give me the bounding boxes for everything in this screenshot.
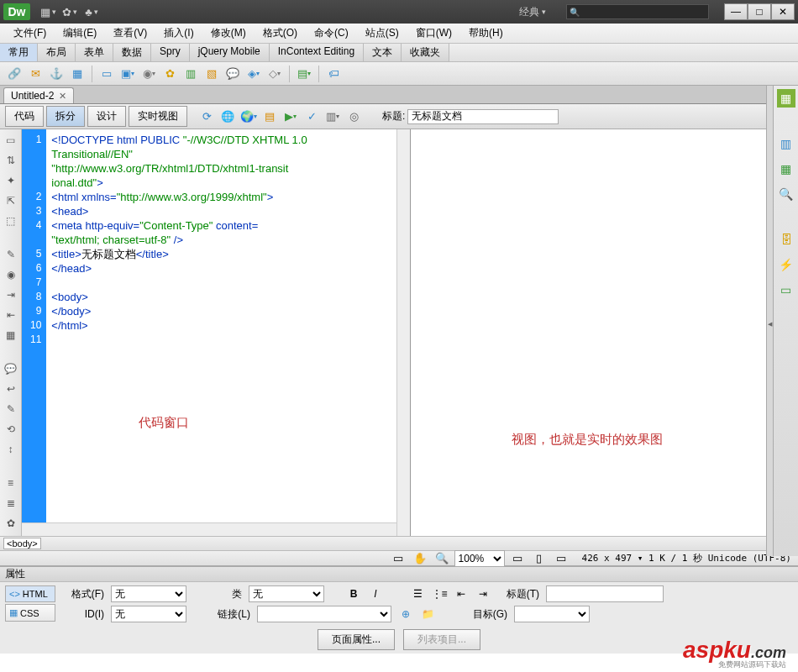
browse-icon[interactable]: 📁 — [420, 606, 435, 622]
maximize-button[interactable]: □ — [748, 3, 771, 20]
italic-icon[interactable]: I — [368, 586, 383, 601]
link-select[interactable] — [257, 606, 391, 622]
business-panel-icon[interactable]: ▦ — [777, 160, 795, 178]
tag-body[interactable]: <body> — [3, 538, 41, 549]
gear-icon[interactable]: ✿▾ — [61, 4, 78, 19]
snippet-icon[interactable]: ≡ — [3, 475, 18, 491]
menu-file[interactable]: 文件(F) — [5, 26, 55, 40]
collapse-icon[interactable]: ⇅ — [3, 153, 18, 168]
div-icon[interactable]: ▭ — [97, 65, 116, 83]
indent-icon[interactable]: ⇥ — [475, 586, 491, 601]
inspect-icon[interactable]: 🌐 — [218, 108, 237, 126]
insert-cat-form[interactable]: 表单 — [76, 44, 113, 61]
select-tool-icon[interactable]: ▭ — [389, 549, 407, 568]
menu-format[interactable]: 格式(O) — [255, 26, 306, 40]
template-icon[interactable]: ▤▾ — [295, 65, 313, 83]
close-button[interactable]: ✕ — [771, 3, 795, 20]
format-select[interactable]: 无 — [111, 585, 186, 602]
select-parent-icon[interactable]: ⇱ — [3, 193, 18, 208]
insert-cat-jquery[interactable]: jQuery Mobile — [190, 44, 270, 61]
title-attr-input[interactable] — [546, 585, 664, 602]
syntax-icon[interactable]: ✎ — [3, 402, 18, 417]
class-select[interactable]: 无 — [249, 585, 324, 602]
validate-icon[interactable]: ▶▾ — [281, 108, 300, 126]
close-tab-icon[interactable]: ✕ — [59, 91, 66, 102]
css-tab[interactable]: ▦CSS — [5, 604, 55, 622]
browser-icon[interactable]: 🌍▾ — [239, 108, 258, 126]
line-numbers-icon[interactable]: ✎ — [3, 247, 18, 262]
open-docs-icon[interactable]: ▭ — [3, 133, 18, 148]
email-icon[interactable]: ✉ — [26, 65, 45, 83]
zoom-select[interactable]: 100% — [454, 550, 505, 567]
zoom-tool-icon[interactable]: 🔍 — [433, 549, 451, 568]
extension-icon[interactable]: ♣▾ — [83, 4, 100, 19]
minimize-button[interactable]: — — [724, 3, 748, 20]
code-editor[interactable]: <!DOCTYPE html PUBLIC "-//W3C//DTD XHTML… — [46, 129, 409, 536]
bold-icon[interactable]: B — [346, 586, 361, 601]
code-pane[interactable]: 1 234 567891011 <!DOCTYPE html PUBLIC "-… — [22, 129, 411, 536]
table-icon[interactable]: ▦ — [68, 65, 87, 83]
comment-icon[interactable]: 💬 — [3, 361, 18, 376]
outdent-icon[interactable]: ⇤ — [454, 586, 469, 601]
document-tab[interactable]: Untitled-2 ✕ — [3, 87, 74, 103]
ap-panel-icon[interactable]: ▥ — [777, 134, 795, 153]
expand-icon[interactable]: ✦ — [3, 173, 18, 188]
format-icon[interactable]: ▦ — [3, 328, 18, 343]
db-panel-icon[interactable]: 🗄 — [777, 230, 795, 249]
media-icon[interactable]: ◉▾ — [139, 65, 158, 83]
workspace-selector[interactable]: 经典 ▾ — [519, 5, 546, 19]
file-mgmt-icon[interactable]: ▤ — [260, 108, 279, 126]
design-pane[interactable]: 视图，也就是实时的效果图 — [411, 129, 799, 536]
document-title-input[interactable] — [407, 109, 559, 124]
reference-icon[interactable]: ✿ — [3, 516, 18, 531]
code-vscrollbar[interactable] — [396, 129, 410, 536]
script-icon[interactable]: ◇▾ — [265, 65, 284, 83]
check-icon[interactable]: ✓ — [302, 108, 321, 126]
menu-site[interactable]: 站点(S) — [357, 26, 407, 40]
insert-cat-common[interactable]: 常用 — [0, 44, 38, 61]
point-to-file-icon[interactable]: ⊕ — [398, 606, 413, 622]
server-icon[interactable]: ▧ — [202, 65, 221, 83]
menu-commands[interactable]: 命令(C) — [306, 26, 357, 40]
insert-cat-text[interactable]: 文本 — [364, 44, 402, 61]
options-icon[interactable]: ▥▾ — [323, 108, 342, 126]
tag-icon[interactable]: 🏷 — [324, 65, 343, 83]
insert-cat-spry[interactable]: Spry — [151, 44, 190, 61]
date-icon[interactable]: ▥ — [181, 65, 200, 83]
insert-cat-data[interactable]: 数据 — [113, 44, 151, 61]
ul-icon[interactable]: ☰ — [410, 586, 425, 601]
search-panel-icon[interactable]: 🔍 — [777, 185, 795, 203]
insert-cat-fav[interactable]: 收藏夹 — [402, 44, 449, 61]
files-panel-icon[interactable]: ▭ — [777, 281, 795, 299]
layout-icon[interactable]: ▦▾ — [39, 4, 56, 19]
html-tab[interactable]: <>HTML — [5, 585, 55, 602]
hand-tool-icon[interactable]: ✋ — [411, 549, 429, 568]
code-hscrollbar[interactable] — [22, 522, 396, 536]
recent-icon[interactable]: ⟲ — [3, 422, 18, 437]
visual-aids-icon[interactable]: ◎ — [344, 108, 363, 126]
menu-edit[interactable]: 编辑(E) — [55, 26, 105, 40]
live-view-button[interactable]: 实时视图 — [129, 106, 187, 127]
insert-cat-layout[interactable]: 布局 — [38, 44, 76, 61]
css-panel-icon[interactable]: ▦ — [777, 89, 795, 108]
comment-icon[interactable]: 💬 — [223, 65, 242, 83]
move-icon[interactable]: ↕ — [3, 442, 18, 457]
balance-icon[interactable]: ⬚ — [3, 213, 18, 228]
split-view-button[interactable]: 拆分 — [46, 106, 85, 127]
behavior-panel-icon[interactable]: ⚡ — [777, 255, 795, 274]
menu-modify[interactable]: 修改(M) — [202, 26, 255, 40]
ol-icon[interactable]: ⋮≡ — [432, 586, 447, 601]
highlight-icon[interactable]: ◉ — [3, 267, 18, 282]
menu-window[interactable]: 窗口(W) — [407, 26, 460, 40]
tablet-icon[interactable]: ▭ — [552, 549, 570, 568]
panel-collapse-handle[interactable] — [766, 86, 773, 556]
search-input[interactable] — [580, 7, 706, 17]
live-code-icon[interactable]: ⟳ — [197, 108, 216, 126]
hint-icon[interactable]: ≣ — [3, 496, 18, 511]
phone-icon[interactable]: ▯ — [530, 549, 549, 568]
search-box[interactable]: 🔍 — [566, 4, 709, 19]
wrap-icon[interactable]: ↩ — [3, 381, 18, 396]
image-icon[interactable]: ▣▾ — [118, 65, 137, 83]
indent-icon[interactable]: ⇥ — [3, 287, 18, 302]
design-view-button[interactable]: 设计 — [87, 106, 126, 127]
